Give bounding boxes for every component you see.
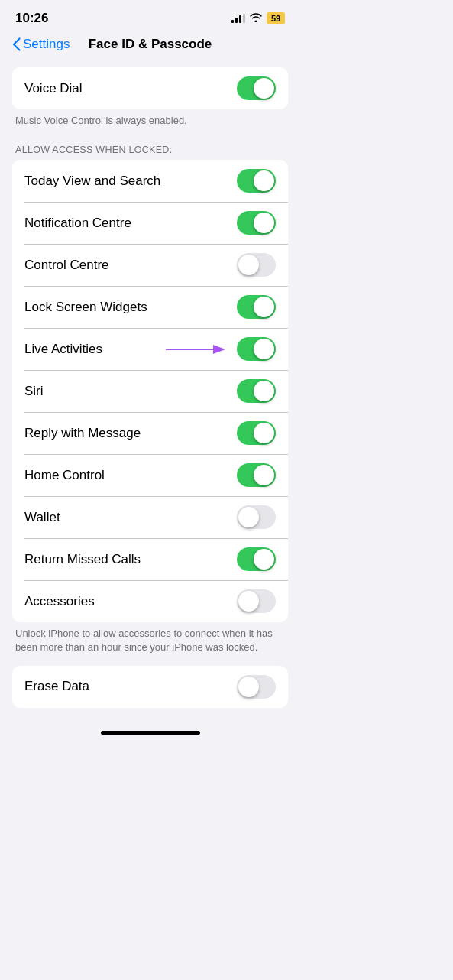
- status-bar: 10:26 59: [0, 0, 300, 32]
- status-time: 10:26: [15, 11, 48, 26]
- lock-screen-widgets-toggle[interactable]: [237, 295, 276, 319]
- siri-toggle[interactable]: [237, 379, 276, 403]
- today-view-label: Today View and Search: [24, 174, 160, 189]
- notification-centre-row: Notification Centre: [12, 202, 288, 244]
- return-missed-calls-row: Return Missed Calls: [12, 538, 288, 580]
- voice-dial-label: Voice Dial: [24, 81, 83, 96]
- reply-with-message-label: Reply with Message: [24, 426, 141, 441]
- reply-with-message-toggle[interactable]: [237, 421, 276, 445]
- wallet-toggle[interactable]: [237, 505, 276, 529]
- allow-access-section: ALLOW ACCESS WHEN LOCKED: Today View and…: [0, 138, 300, 665]
- allow-access-card: Today View and Search Notification Centr…: [12, 160, 288, 622]
- page-title: Face ID & Passcode: [89, 37, 212, 52]
- back-button[interactable]: Settings: [12, 37, 70, 52]
- erase-data-section: Erase Data: [0, 666, 300, 708]
- accessories-footer: Unlock iPhone to allow accessories to co…: [0, 622, 300, 665]
- accessories-toggle[interactable]: [237, 589, 276, 613]
- control-centre-toggle[interactable]: [237, 253, 276, 277]
- arrow-annotation: [164, 340, 233, 359]
- live-activities-label: Live Activities: [24, 342, 102, 357]
- home-control-label: Home Control: [24, 468, 105, 483]
- battery-level: 59: [267, 12, 285, 24]
- voice-dial-section: Voice Dial Music Voice Control is always…: [0, 60, 300, 138]
- wifi-icon: [250, 13, 262, 24]
- home-bar: [101, 731, 200, 735]
- wallet-label: Wallet: [24, 510, 60, 525]
- lock-screen-widgets-row: Lock Screen Widgets: [12, 286, 288, 328]
- wallet-row: Wallet: [12, 496, 288, 538]
- control-centre-row: Control Centre: [12, 244, 288, 286]
- live-activities-row: Live Activities: [12, 328, 288, 370]
- live-activities-toggle[interactable]: [237, 337, 276, 361]
- battery-indicator: 59: [267, 12, 285, 24]
- home-control-toggle[interactable]: [237, 463, 276, 487]
- voice-dial-footer: Music Voice Control is always enabled.: [0, 109, 300, 138]
- allow-access-header: ALLOW ACCESS WHEN LOCKED:: [0, 138, 300, 160]
- erase-data-label: Erase Data: [24, 679, 89, 694]
- notification-centre-toggle[interactable]: [237, 211, 276, 235]
- notification-centre-label: Notification Centre: [24, 216, 131, 231]
- lock-screen-widgets-label: Lock Screen Widgets: [24, 300, 147, 315]
- reply-with-message-row: Reply with Message: [12, 412, 288, 454]
- back-label: Settings: [23, 37, 70, 52]
- accessories-label: Accessories: [24, 594, 95, 609]
- control-centre-label: Control Centre: [24, 258, 109, 273]
- settings-content: Voice Dial Music Voice Control is always…: [0, 60, 300, 723]
- siri-label: Siri: [24, 384, 44, 399]
- home-control-row: Home Control: [12, 454, 288, 496]
- siri-row: Siri: [12, 370, 288, 412]
- return-missed-calls-toggle[interactable]: [237, 547, 276, 571]
- signal-icon: [231, 14, 245, 23]
- erase-data-toggle[interactable]: [237, 675, 276, 699]
- voice-dial-toggle[interactable]: [237, 76, 276, 100]
- voice-dial-row: Voice Dial: [12, 67, 288, 109]
- accessories-row: Accessories: [12, 580, 288, 622]
- home-indicator: [0, 723, 300, 739]
- return-missed-calls-label: Return Missed Calls: [24, 552, 141, 567]
- today-view-toggle[interactable]: [237, 169, 276, 193]
- status-icons: 59: [231, 12, 285, 24]
- nav-bar: Settings Face ID & Passcode: [0, 32, 300, 60]
- today-view-row: Today View and Search: [12, 160, 288, 202]
- erase-data-card: Erase Data: [12, 666, 288, 708]
- voice-dial-card: Voice Dial: [12, 67, 288, 109]
- erase-data-row: Erase Data: [12, 666, 288, 708]
